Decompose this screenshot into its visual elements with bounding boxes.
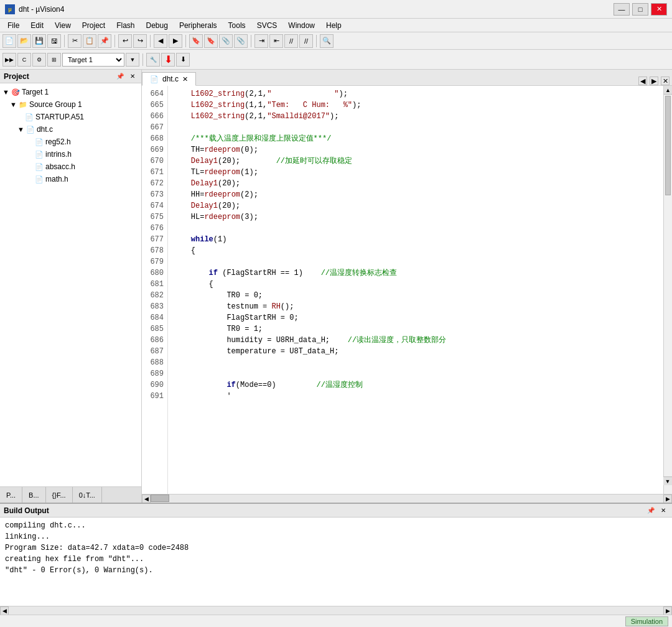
target-select[interactable]: Target 1 <box>62 53 124 67</box>
code-line-664: L1602_string(2,1," "); <box>173 88 658 100</box>
tab-functions[interactable]: {}F... <box>46 487 73 503</box>
editor-scrollbar[interactable]: ▲ ▼ <box>663 86 672 494</box>
rebuild-btn[interactable]: ⚙ <box>32 53 46 67</box>
scroll-thumb[interactable] <box>665 96 671 195</box>
new-file-btn[interactable]: 📄 <box>2 34 16 48</box>
code-line-666: L1602_string(2,1,"Smalldi@2017"); <box>173 111 658 122</box>
comment-btn[interactable]: // <box>284 34 298 48</box>
menu-svcs[interactable]: SVCS <box>252 20 282 31</box>
hscroll-right-btn[interactable]: ▶ <box>663 495 672 503</box>
bottom-hscroll-left[interactable]: ◀ <box>0 606 9 615</box>
build-output-pin-btn[interactable]: 📌 <box>646 506 656 516</box>
project-close-btn[interactable]: ✕ <box>128 72 138 81</box>
save-btn[interactable]: 💾 <box>32 34 46 48</box>
code-hscroll: ◀ ▶ <box>142 494 672 503</box>
close-button[interactable]: ✕ <box>651 3 667 16</box>
bottom-hscroll-track[interactable] <box>9 606 663 615</box>
tab-scroll-right-btn[interactable]: ▶ <box>650 77 658 85</box>
ln666: 666 <box>142 111 167 122</box>
tree-absacc-header[interactable]: 📄 absacc.h <box>0 160 141 173</box>
menu-window[interactable]: Window <box>283 20 320 31</box>
redo-btn[interactable]: ↪ <box>133 34 147 48</box>
hscroll-left-btn[interactable]: ◀ <box>142 495 151 503</box>
tree-math-header[interactable]: 📄 math.h <box>0 173 141 185</box>
find-btn[interactable]: 🔍 <box>320 34 334 48</box>
target-props-btn[interactable]: 🔧 <box>146 53 160 67</box>
tree-startup-file[interactable]: 📄 STARTUP.A51 <box>0 111 141 123</box>
hscroll-track[interactable] <box>151 495 663 503</box>
uncomment-btn[interactable]: // <box>299 34 313 48</box>
bottom-area: Build Output 📌 ✕ compiling dht.c...linki… <box>0 503 672 615</box>
code-line-686: humidity = U8RH_data_H; //读出温湿度，只取整数部分 <box>173 335 658 346</box>
project-pin-btn[interactable]: 📌 <box>115 72 125 81</box>
tree-reg52-header[interactable]: 📄 reg52.h <box>0 136 141 148</box>
download-btn[interactable]: ⬇ <box>161 53 175 67</box>
paste-btn[interactable]: 📌 <box>98 34 111 48</box>
tree-dhtc-file[interactable]: ▼ 📄 dht.c <box>0 123 141 136</box>
hscroll-thumb[interactable] <box>151 495 169 502</box>
toolbar1: 📄 📂 💾 🖫 ✂ 📋 📌 ↩ ↪ ◀ ▶ 🔖 🔖 📎 📎 ⇥ ⇤ // // … <box>0 32 672 50</box>
code-line-679 <box>173 256 658 267</box>
menu-file[interactable]: File <box>2 20 24 31</box>
bookmark4-btn[interactable]: 📎 <box>234 34 248 48</box>
menu-peripherals[interactable]: Peripherals <box>174 20 222 31</box>
scroll-up-btn[interactable]: ▲ <box>664 86 672 95</box>
menu-flash[interactable]: Flash <box>111 20 139 31</box>
minimize-button[interactable]: — <box>614 3 630 16</box>
tree-intrins-header[interactable]: 📄 intrins.h <box>0 148 141 160</box>
expand-icon-2: ▼ <box>10 101 17 108</box>
ln668: 668 <box>142 133 167 144</box>
main-area: Project 📌 ✕ ▼ 🎯 Target 1 ▼ 📁 Source Grou… <box>0 70 672 503</box>
undo-btn[interactable]: ↩ <box>118 34 132 48</box>
open-file-btn[interactable]: 📂 <box>17 34 31 48</box>
bookmark2-btn[interactable]: 🔖 <box>204 34 218 48</box>
tab-project[interactable]: P... <box>0 487 22 503</box>
code-line-673: HH=rdeeprom(2); <box>173 189 658 200</box>
ln675: 675 <box>142 211 167 223</box>
menu-edit[interactable]: Edit <box>26 20 49 31</box>
code-line-665: L1602_string(1,1,"Tem: C Hum: %"); <box>173 100 658 111</box>
translate-btn[interactable]: C <box>17 53 31 67</box>
code-editor[interactable]: 664 665 666 667 668 669 670 671 672 673 … <box>142 86 672 494</box>
tab-templates[interactable]: 0↓T... <box>73 487 102 503</box>
maximize-button[interactable]: □ <box>632 3 648 16</box>
scroll-down-btn[interactable]: ▼ <box>663 476 672 485</box>
build-output-close-btn[interactable]: ✕ <box>658 506 668 516</box>
menu-tools[interactable]: Tools <box>223 20 251 31</box>
target-options-btn[interactable]: ▼ <box>126 53 139 67</box>
unindent-btn[interactable]: ⇤ <box>269 34 283 48</box>
menu-debug[interactable]: Debug <box>141 20 173 31</box>
tree-target[interactable]: ▼ 🎯 Target 1 <box>0 86 141 98</box>
nav-back-btn[interactable]: ◀ <box>154 34 167 48</box>
indent-btn[interactable]: ⇥ <box>254 34 268 48</box>
ln680: 680 <box>142 267 167 279</box>
clear-download-btn[interactable]: ⬇ <box>176 53 190 67</box>
cut-btn[interactable]: ✂ <box>68 34 82 48</box>
code-content[interactable]: L1602_string(2,1," "); L1602_string(1,1,… <box>168 86 663 494</box>
bookmark3-btn[interactable]: 📎 <box>219 34 233 48</box>
batch-build-btn[interactable]: ⊞ <box>47 53 61 67</box>
build-target-btn[interactable]: ▶▶ <box>2 53 16 67</box>
reg52-label: reg52.h <box>45 137 71 146</box>
tree-source-group[interactable]: ▼ 📁 Source Group 1 <box>0 98 141 111</box>
save-all-btn[interactable]: 🖫 <box>47 34 61 48</box>
bookmark1-btn[interactable]: 🔖 <box>189 34 203 48</box>
menu-view[interactable]: View <box>50 20 76 31</box>
tab-dhtc[interactable]: 📄 dht.c ✕ <box>142 72 196 86</box>
copy-btn[interactable]: 📋 <box>83 34 96 48</box>
nav-fwd-btn[interactable]: ▶ <box>169 34 182 48</box>
bottom-hscroll-right[interactable]: ▶ <box>663 606 672 615</box>
tab-scroll-left-btn[interactable]: ◀ <box>638 77 647 85</box>
build-output-header: Build Output 📌 ✕ <box>0 504 672 518</box>
project-tabs: P... B... {}F... 0↓T... <box>0 486 141 503</box>
tab-books[interactable]: B... <box>22 487 46 503</box>
sep7 <box>142 53 143 66</box>
menu-help[interactable]: Help <box>321 20 347 31</box>
menu-project[interactable]: Project <box>77 20 110 31</box>
project-panel-title: Project <box>4 72 29 81</box>
ln685: 685 <box>142 323 167 335</box>
tab-close-icon[interactable]: ✕ <box>182 75 188 83</box>
build-output-content: compiling dht.c...linking...Program Size… <box>0 518 672 606</box>
close-editor-btn[interactable]: ✕ <box>661 77 670 85</box>
code-line-676 <box>173 223 658 234</box>
